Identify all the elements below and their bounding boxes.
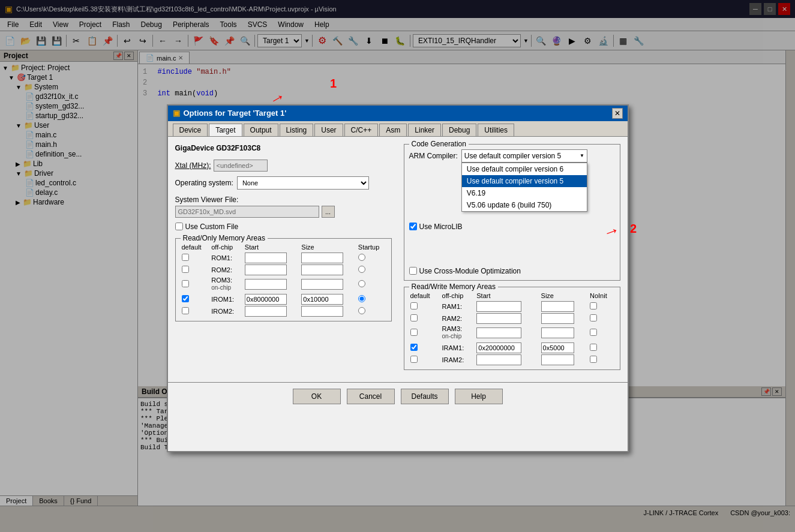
modal-tab-debug[interactable]: Debug	[442, 124, 476, 136]
table-row: RAM3:on-chip	[408, 324, 616, 342]
cross-module-checkbox[interactable]	[409, 267, 417, 275]
device-name: GigaDevice GD32F103C8	[175, 144, 261, 152]
ro-irom2-size[interactable]	[301, 306, 343, 317]
rw-col-offchip: off-chip	[440, 291, 475, 300]
ro-rom2-start[interactable]	[245, 265, 287, 275]
sysviewer-group: System Viewer File: ...	[175, 196, 392, 218]
rw-iram2-size[interactable]	[541, 354, 574, 365]
custom-file-checkbox[interactable]	[175, 223, 183, 230]
rw-ram3-noinit[interactable]	[590, 329, 597, 336]
ro-rom2-size[interactable]	[301, 265, 343, 275]
sysviewer-browse-btn[interactable]: ...	[322, 206, 335, 218]
table-row: ROM2:	[179, 264, 388, 276]
ro-memory-box: Read/Only Memory Areas default off-chip …	[175, 238, 392, 321]
rw-col-size: Size	[539, 291, 587, 300]
modal-ok-btn[interactable]: OK	[293, 389, 341, 404]
compiler-option-2[interactable]: V6.19	[462, 187, 587, 199]
annotation-2-label: 2	[630, 222, 637, 236]
arm-compiler-group: ARM Compiler: Use default compiler versi…	[409, 149, 615, 163]
rw-iram1-start[interactable]	[476, 342, 521, 353]
ro-irom1-default[interactable]	[182, 295, 189, 302]
modal-cancel-btn[interactable]: Cancel	[347, 389, 395, 404]
ro-rom1-start[interactable]	[245, 253, 287, 263]
table-row: IRAM2:	[408, 354, 616, 366]
ro-irom2-start[interactable]	[245, 306, 287, 317]
rw-memory-box: Read/Write Memory Areas default off-chip…	[404, 287, 620, 370]
ro-col-default: default	[179, 242, 209, 252]
rw-ram2-start[interactable]	[476, 313, 521, 324]
modal-title-text: Options for Target 'Target 1'	[184, 109, 287, 118]
rw-iram2-default[interactable]	[410, 356, 418, 363]
modal-tab-linker[interactable]: Linker	[408, 124, 441, 136]
rw-ram1-default[interactable]	[410, 302, 418, 309]
ro-rom2-startup[interactable]	[358, 266, 365, 273]
table-row: ROM1:	[179, 252, 388, 264]
os-label: Operating system:	[175, 179, 233, 187]
cross-module-label: Use Cross-Module Optimization	[409, 267, 615, 275]
ro-rom2-default[interactable]	[182, 266, 189, 273]
ro-rom3-size[interactable]	[301, 279, 343, 290]
rw-iram2-noinit[interactable]	[590, 356, 597, 363]
ro-irom2-startup[interactable]	[358, 307, 365, 314]
rw-ram3-start[interactable]	[476, 327, 521, 338]
ro-rom3-start[interactable]	[245, 279, 287, 290]
modal-tab-user[interactable]: User	[314, 124, 343, 136]
rw-ram1-noinit[interactable]	[590, 302, 597, 309]
table-row: RAM1:	[408, 300, 616, 312]
microlib-checkbox[interactable]	[409, 223, 417, 230]
modal-tab-asm[interactable]: Asm	[379, 124, 407, 136]
modal-tab-listing[interactable]: Listing	[280, 124, 314, 136]
compiler-option-0[interactable]: Use default compiler version 6	[462, 163, 587, 175]
custom-file-label: Use Custom File	[175, 223, 392, 231]
rw-ram3-default[interactable]	[410, 329, 418, 336]
rw-ram2-size[interactable]	[541, 313, 574, 324]
ro-rom3-startup[interactable]	[358, 280, 365, 287]
cross-module-group: Use Cross-Module Optimization	[409, 267, 615, 275]
modal-title-bar: ▣ Options for Target 'Target 1' ✕	[168, 106, 628, 121]
modal-tab-cpp[interactable]: C/C++	[344, 124, 379, 136]
custom-file-group: Use Custom File	[175, 223, 392, 231]
modal-tab-output[interactable]: Output	[244, 124, 278, 136]
xtal-input[interactable]	[214, 160, 268, 172]
sysviewer-input[interactable]	[175, 206, 319, 218]
modal-close-btn[interactable]: ✕	[612, 108, 623, 119]
code-gen-legend: Code Generation	[409, 140, 469, 148]
modal-help-btn[interactable]: Help	[455, 389, 503, 404]
rw-ram1-start[interactable]	[476, 301, 521, 312]
modal-defaults-btn[interactable]: Defaults	[401, 389, 449, 404]
table-row: IROM1:	[179, 293, 388, 305]
xtal-label: Xtal (MHz):	[175, 161, 211, 170]
compiler-select-btn[interactable]: Use default compiler version 5 ▼	[461, 149, 587, 163]
table-row: ROM3:on-chip	[179, 276, 388, 293]
table-row: IROM2:	[179, 305, 388, 317]
rw-ram2-noinit[interactable]	[590, 314, 597, 321]
rw-iram2-start[interactable]	[476, 354, 521, 365]
rw-ram2-default[interactable]	[410, 314, 418, 321]
os-select[interactable]: None	[237, 176, 369, 190]
ro-rom1-startup[interactable]	[358, 254, 365, 261]
ro-irom2-default[interactable]	[182, 307, 189, 314]
rw-iram1-noinit[interactable]	[590, 344, 597, 351]
modal-tab-utilities[interactable]: Utilities	[478, 124, 514, 136]
annotation-1-label: 1	[330, 77, 337, 91]
options-modal: ▣ Options for Target 'Target 1' ✕ Device…	[167, 104, 629, 452]
ro-irom1-size[interactable]	[301, 294, 343, 305]
ro-irom1-startup[interactable]	[358, 295, 365, 302]
compiler-option-1[interactable]: Use default compiler version 5	[462, 175, 587, 187]
rw-ram1-size[interactable]	[541, 301, 574, 312]
rw-iram1-default[interactable]	[410, 344, 418, 351]
microlib-group: Use MicroLIB	[409, 223, 615, 231]
ro-rom1-size[interactable]	[301, 253, 343, 263]
modal-tab-device[interactable]: Device	[173, 124, 208, 136]
ro-col-size: Size	[299, 242, 356, 252]
ro-rom3-default[interactable]	[182, 280, 189, 287]
ro-rom1-default[interactable]	[182, 254, 189, 261]
modal-tab-target[interactable]: Target	[209, 124, 242, 136]
ro-memory-legend: Read/Only Memory Areas	[181, 234, 268, 242]
compiler-option-3[interactable]: V5.06 update 6 (build 750)	[462, 199, 587, 211]
rw-ram3-size[interactable]	[541, 327, 574, 338]
ro-irom1-start[interactable]	[245, 294, 287, 305]
xtal-group: Xtal (MHz):	[175, 160, 392, 172]
rw-iram1-size[interactable]	[541, 342, 574, 353]
rw-col-start: Start	[474, 291, 538, 300]
